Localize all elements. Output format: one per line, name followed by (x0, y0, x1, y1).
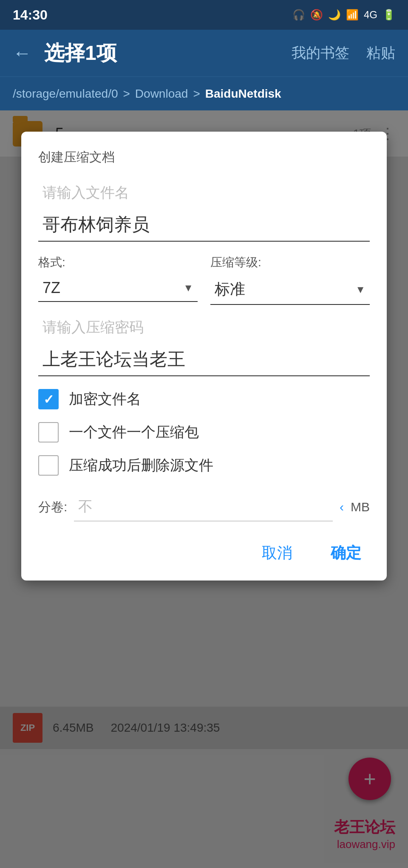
top-bar: ← 选择1项 我的书签 粘贴 (0, 30, 408, 76)
password-placeholder: 请输入压缩密码 (38, 313, 370, 341)
filename-placeholder: 请输入文件名 (38, 179, 370, 207)
compression-label: 压缩等级: (210, 254, 370, 271)
split-input[interactable]: 不 (74, 493, 333, 521)
format-select[interactable]: 7Z ▼ (38, 275, 198, 302)
delete-source-label: 压缩成功后删除源文件 (69, 456, 213, 475)
delete-source-checkbox[interactable] (38, 455, 59, 476)
breadcrumb-download[interactable]: Download (135, 87, 188, 101)
paste-button[interactable]: 粘贴 (366, 43, 395, 63)
breadcrumb-sep1: > (123, 87, 130, 101)
one-file-one-zip-label: 一个文件一个压缩包 (69, 423, 199, 442)
filename-input[interactable]: 哥布林饲养员 (38, 209, 370, 242)
format-compression-row: 格式: 7Z ▼ 压缩等级: 标准 ▼ (38, 254, 370, 305)
cancel-button[interactable]: 取消 (253, 538, 301, 568)
encrypt-filename-label: 加密文件名 (69, 389, 141, 409)
breadcrumb-sep2: > (193, 87, 200, 101)
signal-icon: 4G (364, 9, 377, 21)
page-title: 选择1项 (44, 39, 279, 67)
compression-group: 压缩等级: 标准 ▼ (210, 254, 370, 305)
moon-icon: 🌙 (328, 9, 341, 21)
dialog-title: 创建压缩文档 (38, 149, 370, 166)
breadcrumb-root[interactable]: /storage/emulated/0 (13, 87, 118, 101)
split-label: 分卷: (38, 499, 67, 516)
bluetooth-icon: 🎧 (292, 9, 305, 21)
encrypt-filename-row[interactable]: 加密文件名 (38, 389, 370, 409)
split-arrow-icon[interactable]: ‹ (340, 500, 344, 514)
format-dropdown-icon: ▼ (183, 282, 193, 294)
mute-icon: 🔕 (310, 9, 323, 21)
compression-dropdown-icon: ▼ (355, 284, 366, 296)
wifi-icon: 📶 (346, 9, 359, 21)
split-volume-row: 分卷: 不 ‹ MB (38, 488, 370, 521)
one-file-one-zip-checkbox[interactable] (38, 422, 59, 442)
encrypt-filename-checkbox[interactable] (38, 389, 59, 409)
status-icons: 🎧 🔕 🌙 📶 4G 🔋 (292, 9, 395, 21)
password-input[interactable]: 上老王论坛当老王 (38, 343, 370, 376)
status-time: 14:30 (13, 7, 48, 23)
delete-source-row[interactable]: 压缩成功后删除源文件 (38, 455, 370, 476)
breadcrumb-current[interactable]: BaiduNetdisk (205, 87, 281, 101)
bookmark-button[interactable]: 我的书签 (292, 43, 349, 63)
dialog-buttons: 取消 确定 (38, 534, 370, 568)
battery-icon: 🔋 (382, 9, 395, 21)
format-value: 7Z (42, 279, 60, 297)
format-label: 格式: (38, 254, 198, 271)
confirm-button[interactable]: 确定 (322, 538, 370, 568)
breadcrumb: /storage/emulated/0 > Download > BaiduNe… (0, 76, 408, 110)
format-group: 格式: 7Z ▼ (38, 254, 198, 302)
file-manager-bg: 5 1项 ⋮ 创建压缩文档 请输入文件名 哥布林饲养员 格式: 7Z ▼ 压缩等… (0, 110, 408, 868)
create-archive-dialog: 创建压缩文档 请输入文件名 哥布林饲养员 格式: 7Z ▼ 压缩等级: 标准 ▼ (21, 132, 387, 581)
status-bar: 14:30 🎧 🔕 🌙 📶 4G 🔋 (0, 0, 408, 30)
top-actions: 我的书签 粘贴 (292, 43, 395, 63)
compression-value: 标准 (215, 279, 245, 300)
split-unit: MB (351, 500, 370, 514)
one-file-one-zip-row[interactable]: 一个文件一个压缩包 (38, 422, 370, 442)
compression-select[interactable]: 标准 ▼ (210, 275, 370, 305)
back-button[interactable]: ← (13, 42, 31, 64)
